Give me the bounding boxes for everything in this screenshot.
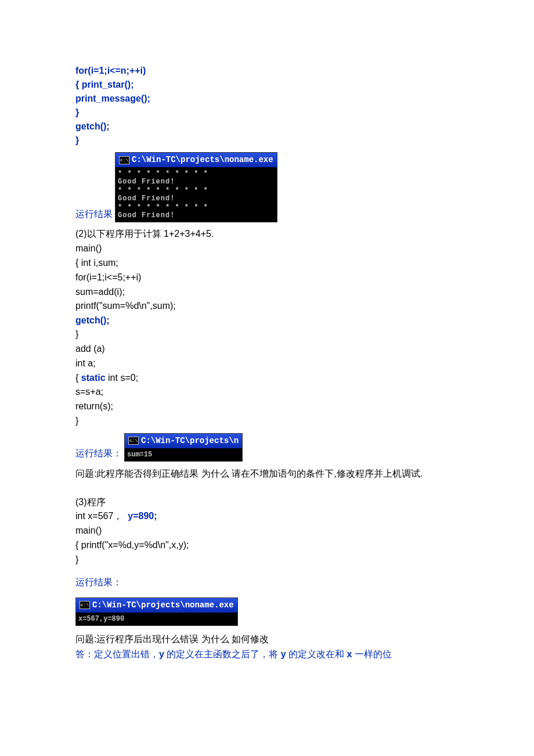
answer-mid: 的定义在主函数之后了，将	[164, 649, 281, 659]
console-window-1: c:\ C:\Win-TC\projects\noname.exe * * * …	[115, 152, 277, 222]
question-3: 问题:运行程序后出现什么错误 为什么 如何修改	[75, 632, 459, 647]
code-line: { print_star();	[75, 78, 459, 92]
code-line: }	[75, 327, 459, 342]
var-y: y=890;	[128, 511, 157, 521]
static-keyword: static	[81, 373, 106, 383]
code-line: getch();	[75, 314, 459, 327]
code-line: return(s);	[75, 399, 459, 414]
code-line: }	[75, 553, 459, 567]
console-body: x=567,y=890	[76, 613, 237, 625]
code-line: for(i=1;i<=n;++i)	[75, 64, 459, 78]
cmd-icon: c:\	[119, 156, 129, 164]
code-line: int a;	[75, 357, 459, 371]
section-intro: (3)程序	[75, 495, 459, 510]
code-line: { int i,sum;	[75, 256, 459, 271]
result-label: 运行结果：	[75, 447, 122, 462]
code-line: printf("sum=%d\n",sum);	[75, 299, 459, 314]
code-line: s=s+a;	[75, 385, 459, 399]
var-x: int x=567，	[75, 511, 122, 521]
console-titlebar: c:\ C:\Win-TC\projects\noname.exe	[116, 153, 277, 167]
static-prefix: {	[75, 373, 81, 383]
result-label: 运行结果	[75, 207, 113, 222]
result-row-2: 运行结果： c:\ C:\Win-TC\projects\n sum=15	[75, 433, 459, 462]
code-line: }	[75, 134, 459, 147]
code-line: }	[75, 414, 459, 429]
answer-x: x	[347, 649, 352, 659]
console-window-3: c:\ C:\Win-TC\projects\noname.exe x=567,…	[75, 597, 238, 626]
section-2: (2)以下程序用于计算 1+2+3+4+5. main() { int i,su…	[75, 227, 459, 428]
answer-suffix: 一样的位	[352, 649, 392, 659]
console-title: C:\Win-TC\projects\noname.exe	[92, 599, 234, 611]
result-label: 运行结果：	[75, 575, 459, 589]
code-line: { printf("x=%d,y=%d\n",x,y);	[75, 538, 459, 553]
console-title: C:\Win-TC\projects\noname.exe	[132, 154, 273, 166]
console-title: C:\Win-TC\projects\n	[141, 435, 239, 447]
answer-y1: y	[159, 649, 164, 659]
answer-y2: y	[281, 649, 286, 659]
code-line-vars: int x=567， y=890;	[75, 509, 459, 524]
answer-mid2: 的定义改在和	[286, 649, 347, 659]
cmd-icon: c:\	[128, 437, 139, 445]
answer-3: 答：定义位置出错，y 的定义在主函数之后了，将 y 的定义改在和 x 一样的位	[75, 647, 459, 662]
code-line: print_message();	[75, 92, 459, 106]
code-line: for(i=1;i<=5;++i)	[75, 271, 459, 285]
code-line: sum=add(i);	[75, 285, 459, 300]
code-line: }	[75, 106, 459, 120]
console-body: sum=15	[125, 448, 242, 461]
console-body: * * * * * * * * * * Good Friend! * * * *…	[116, 167, 277, 222]
code-line-static: { static int s=0;	[75, 371, 459, 386]
console-titlebar: c:\ C:\Win-TC\projects\noname.exe	[76, 598, 237, 613]
section-3: (3)程序 int x=567， y=890; main() { printf(…	[75, 495, 459, 567]
question-2: 问题:此程序能否得到正确结果 为什么 请在不增加语句的条件下,修改程序并上机调试…	[75, 466, 459, 481]
section-intro: (2)以下程序用于计算 1+2+3+4+5.	[75, 227, 459, 242]
code-line: add (a)	[75, 342, 459, 357]
document-page: for(i=1;i<=n;++i) { print_star(); print_…	[0, 0, 534, 685]
code-line: main()	[75, 524, 459, 538]
static-suffix: int s=0;	[106, 373, 138, 383]
console-window-2: c:\ C:\Win-TC\projects\n sum=15	[124, 433, 243, 462]
result-row-1: 运行结果 c:\ C:\Win-TC\projects\noname.exe *…	[75, 152, 459, 222]
code-block-1: for(i=1;i<=n;++i) { print_star(); print_…	[75, 64, 459, 147]
code-line: getch();	[75, 120, 459, 134]
cmd-icon: c:\	[80, 601, 90, 609]
console-titlebar: c:\ C:\Win-TC\projects\n	[125, 434, 242, 448]
answer-prefix: 答：定义位置出错，	[75, 649, 159, 659]
code-line: main()	[75, 242, 459, 256]
